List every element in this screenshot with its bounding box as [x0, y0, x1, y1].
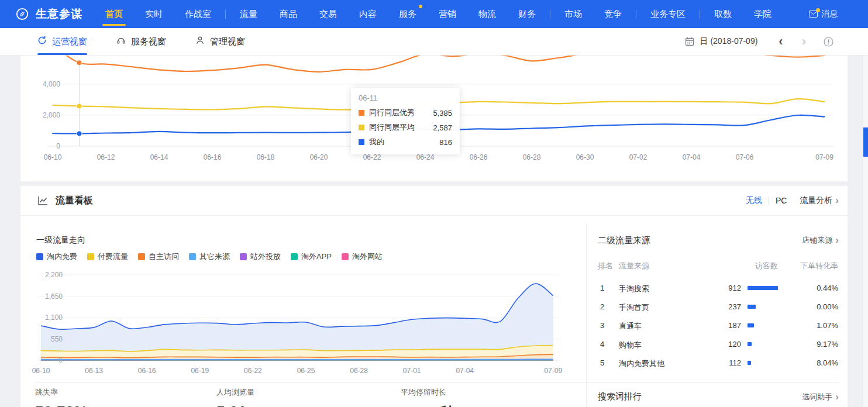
view-tabs: 运营视窗服务视窗管理视窗 [37, 28, 274, 55]
nav-item-服务[interactable]: 服务 [388, 0, 428, 28]
view-tab-label: 服务视窗 [131, 36, 166, 47]
source-row-5[interactable]: 5淘内免费其他1128.04% [598, 353, 839, 372]
tooltip-date: 06-11 [359, 94, 452, 102]
legend-item-站外投放[interactable]: 站外投放 [240, 251, 281, 262]
legend-label: 站外投放 [250, 251, 281, 262]
date-value: (2018-07-09) [710, 36, 757, 46]
svg-text:06-10: 06-10 [32, 367, 50, 375]
svg-text:0: 0 [58, 356, 63, 364]
svg-text:1,650: 1,650 [45, 292, 63, 301]
view-tab-label: 管理视窗 [210, 36, 245, 47]
svg-text:1,100: 1,100 [45, 313, 63, 322]
nav-item-取数[interactable]: 取数 [703, 0, 743, 28]
nav-item-交易[interactable]: 交易 [308, 0, 348, 28]
date-granularity: 日 [700, 36, 708, 46]
nav-item-市场[interactable]: 市场 [553, 0, 593, 28]
visitor-benchmark-card: 4,0002,000006-1006-1206-1406-1606-1806-2… [20, 56, 848, 181]
series-color-swatch [359, 110, 364, 116]
view-tab-1[interactable]: 运营视窗 [37, 28, 87, 55]
svg-text:07-02: 07-02 [629, 153, 647, 161]
source-row-3[interactable]: 3直通车1871.07% [598, 316, 839, 334]
stat-value: 17.49秒 [401, 403, 455, 407]
source-rank: 4 [600, 340, 604, 349]
prev-day-button[interactable]: ‹ [779, 36, 783, 47]
svg-text:550: 550 [51, 335, 63, 343]
legend-item-其它来源[interactable]: 其它来源 [189, 251, 230, 262]
next-day-button[interactable]: › [802, 36, 806, 47]
svg-text:06-26: 06-26 [470, 153, 488, 161]
chart-tooltip: 06-11 同行同层优秀5,385同行同层平均2,587我的816 [351, 88, 460, 154]
tooltip-row: 同行同层平均2,587 [359, 122, 452, 133]
svg-text:06-12: 06-12 [97, 153, 115, 161]
info-icon[interactable] [824, 37, 833, 47]
nav-item-label: 商品 [280, 9, 297, 19]
channel-tab-wireless[interactable]: 无线 [746, 195, 762, 206]
view-tab-2[interactable]: 服务视窗 [116, 28, 166, 55]
channel-tab-pc[interactable]: PC [776, 196, 787, 205]
nav-divider [550, 10, 550, 19]
source-row-2[interactable]: 2手淘首页2370.00% [598, 297, 839, 316]
source-name: 手淘首页 [619, 302, 649, 313]
nav-item-label: 财务 [518, 9, 536, 19]
view-tab-3[interactable]: 管理视窗 [195, 28, 245, 55]
nav-item-label: 实时 [145, 9, 163, 19]
svg-text:07-01: 07-01 [403, 367, 421, 375]
visitors-bar [748, 305, 756, 309]
legend-label: 淘外网站 [352, 251, 383, 262]
svg-text:07-09: 07-09 [815, 153, 833, 161]
tooltip-rows: 同行同层优秀5,385同行同层平均2,587我的816 [359, 108, 452, 147]
nav-item-label: 学院 [754, 9, 771, 19]
legend-item-自主访问[interactable]: 自主访问 [138, 251, 179, 262]
legend-item-淘外APP[interactable]: 淘外APP [291, 251, 332, 262]
nav-item-流量[interactable]: 流量 [229, 0, 268, 28]
nav-item-实时[interactable]: 实时 [134, 0, 174, 28]
tooltip-series-value: 816 [439, 138, 452, 147]
nav-item-竞争[interactable]: 竞争 [593, 0, 633, 28]
nav-item-label: 竞争 [604, 9, 622, 19]
source-conversion: 0.44% [817, 284, 838, 292]
nav-item-label: 市场 [564, 9, 582, 19]
scrollbar-thumb[interactable] [863, 127, 868, 157]
source-row-4[interactable]: 4购物车1209.17% [598, 334, 839, 353]
page-scrollbar[interactable] [863, 28, 868, 407]
svg-text:06-25: 06-25 [297, 367, 315, 375]
stat-label: 跳失率 [35, 387, 88, 398]
vertical-divider [586, 222, 587, 407]
nav-item-作战室[interactable]: 作战室 [174, 0, 222, 28]
nav-item-业务专区[interactable]: 业务专区 [639, 0, 697, 28]
col-visitors: 访客数 [703, 261, 778, 271]
calendar-icon[interactable] [685, 37, 694, 46]
messages-label: 消息 [821, 9, 838, 19]
legend-item-淘内免费[interactable]: 淘内免费 [36, 251, 77, 262]
source-name: 购物车 [619, 340, 642, 350]
legend-item-淘外网站[interactable]: 淘外网站 [342, 251, 383, 262]
legend-swatch [36, 253, 43, 260]
messages-button[interactable]: 消息 [809, 9, 838, 19]
source-row-1[interactable]: 1手淘搜索9120.44% [598, 278, 839, 297]
svg-text:06-20: 06-20 [310, 153, 328, 161]
nav-item-内容[interactable]: 内容 [348, 0, 388, 28]
legend-item-付费流量[interactable]: 付费流量 [87, 251, 128, 262]
nav-item-label: 服务 [399, 9, 416, 19]
legend-label: 自主访问 [149, 251, 179, 262]
nav-item-物流[interactable]: 物流 [467, 0, 507, 28]
nav-item-学院[interactable]: 学院 [743, 0, 783, 28]
nav-item-商品[interactable]: 商品 [268, 0, 308, 28]
legend-label: 其它来源 [199, 251, 230, 262]
date-picker[interactable]: 日(2018-07-09) [700, 36, 760, 47]
brand[interactable]: 生意参谋 [16, 6, 82, 22]
word-picker-link[interactable]: 选词助手 › [802, 392, 839, 402]
view-tab-label: 运营视窗 [52, 36, 87, 47]
nav-item-首页[interactable]: 首页 [94, 0, 134, 28]
traffic-board-controls: 无线 PC 流量分析 › [746, 186, 839, 215]
nav-item-营销[interactable]: 营销 [428, 0, 467, 28]
secondary-sources-title: 二级流量来源 [598, 235, 650, 246]
shop-sources-link[interactable]: 店铺来源 › [802, 235, 839, 246]
stat-label: 平均停留时长 [401, 387, 455, 398]
traffic-analysis-link[interactable]: 流量分析 › [800, 195, 839, 206]
svg-text:06-13: 06-13 [85, 367, 103, 375]
series-color-swatch [359, 125, 364, 130]
tooltip-series-label: 同行同层优秀 [369, 108, 415, 118]
word-picker-label: 选词助手 [802, 392, 832, 402]
nav-item-财务[interactable]: 财务 [507, 0, 547, 28]
